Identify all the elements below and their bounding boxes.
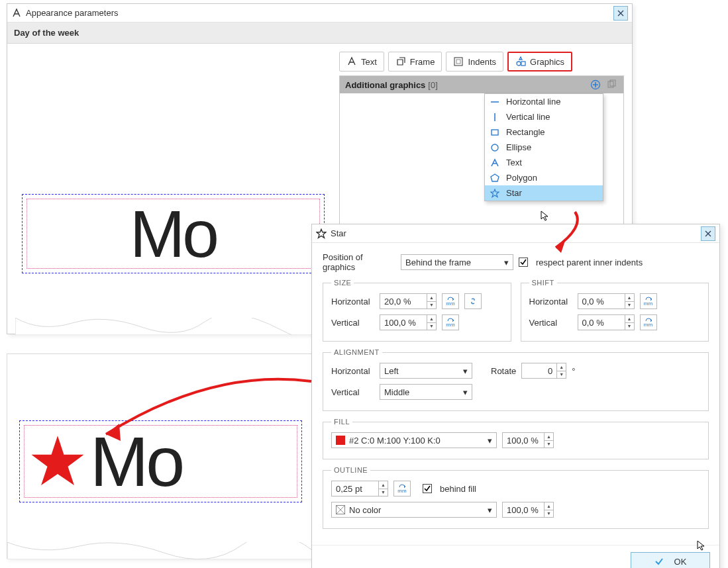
- section-header: Day of the week: [7, 23, 632, 44]
- preview-area: Mo: [15, 52, 331, 330]
- add-graphic-menu: Horizontal line Vertical line Rectangle: [484, 93, 603, 201]
- label: Vertical: [529, 318, 572, 328]
- dialog-title: Star: [331, 228, 346, 238]
- tab-label: Indents: [468, 57, 496, 67]
- star-dialog: Star Position of graphics Behind the fra…: [311, 224, 720, 568]
- svg-point-2: [517, 62, 521, 66]
- svg-point-10: [492, 144, 498, 151]
- svg-marker-12: [491, 189, 499, 197]
- respect-checkbox[interactable]: [519, 258, 528, 267]
- result-preview: Mo: [7, 354, 315, 559]
- tab-frame[interactable]: Frame: [388, 52, 442, 71]
- nocolor-swatch: [336, 505, 345, 514]
- align-h-select[interactable]: Left▾: [380, 363, 472, 379]
- svg-rect-5: [608, 81, 613, 87]
- svg-rect-9: [492, 130, 498, 135]
- outline-color-select[interactable]: No color▾: [331, 502, 497, 518]
- unit-toggle[interactable]: mm: [442, 293, 459, 309]
- cursor-icon: [697, 540, 707, 551]
- caret-down-icon: ▾: [504, 258, 509, 267]
- label: Horizontal: [529, 297, 572, 307]
- preview2-text: Mo: [90, 422, 182, 502]
- rotate-input[interactable]: 0▲▼: [521, 363, 566, 379]
- menu-horizontal-line[interactable]: Horizontal line: [485, 94, 603, 109]
- app-icon: [11, 8, 22, 19]
- rotate-label: Rotate: [491, 366, 516, 376]
- svg-marker-14: [317, 229, 326, 238]
- unit-toggle[interactable]: mm: [640, 314, 657, 330]
- position-select[interactable]: Behind the frame ▾: [401, 254, 513, 270]
- fill-group: FILL #2 C:0 M:100 Y:100 K:0▾ 100,0 %▲▼: [323, 418, 709, 459]
- size-group: SIZE Horizontal 20,0 %▲▼ mm Vertical 100…: [323, 279, 511, 342]
- add-icon[interactable]: [589, 78, 602, 91]
- svg-marker-17: [31, 436, 83, 485]
- dialog-titlebar[interactable]: Star: [312, 224, 719, 243]
- degree-label: °: [572, 366, 575, 376]
- svg-rect-1: [456, 60, 460, 64]
- unit-toggle[interactable]: mm: [393, 481, 411, 497]
- shift-group: SHIFT Horizontal 0,0 %▲▼ mm Vertical 0,0…: [521, 279, 709, 342]
- svg-rect-3: [521, 62, 525, 66]
- menu-polygon[interactable]: Polygon: [485, 170, 603, 185]
- color-swatch: [336, 436, 345, 445]
- tab-label: Frame: [410, 57, 435, 67]
- alignment-group: ALIGNMENT Horizontal Left▾ Rotate 0▲▼ ° …: [323, 348, 709, 411]
- preview-frame: Mo: [22, 194, 325, 273]
- titlebar[interactable]: Appearance parameters: [7, 4, 632, 23]
- size-h-input[interactable]: 20,0 %▲▼: [380, 293, 437, 309]
- unit-toggle[interactable]: mm: [442, 314, 459, 330]
- outline-opacity-input[interactable]: 100,0 %▲▼: [502, 502, 554, 518]
- fill-color-select[interactable]: #2 C:0 M:100 Y:100 K:0▾: [331, 432, 497, 448]
- outline-weight-input[interactable]: 0,25 pt▲▼: [331, 481, 388, 497]
- unit-toggle[interactable]: mm: [640, 293, 657, 309]
- menu-rectangle[interactable]: Rectangle: [485, 124, 603, 140]
- shift-h-input[interactable]: 0,0 %▲▼: [578, 293, 635, 309]
- svg-rect-6: [610, 80, 615, 86]
- size-v-input[interactable]: 100,0 %▲▼: [380, 314, 437, 330]
- menu-text[interactable]: Text: [485, 155, 603, 170]
- menu-ellipse[interactable]: Ellipse: [485, 140, 603, 155]
- ok-button[interactable]: OK: [631, 552, 710, 568]
- tab-indents[interactable]: Indents: [446, 52, 503, 71]
- align-v-select[interactable]: Middle▾: [380, 384, 472, 400]
- copy-icon[interactable]: [605, 78, 618, 91]
- fill-opacity-input[interactable]: 100,0 %▲▼: [502, 432, 554, 448]
- shift-v-input[interactable]: 0,0 %▲▼: [578, 314, 635, 330]
- tab-text[interactable]: Text: [339, 52, 384, 71]
- respect-label: respect parent inner indents: [536, 258, 643, 267]
- panel-title: Additional graphics: [345, 80, 425, 90]
- preview-text: Mo: [23, 195, 324, 273]
- tab-graphics[interactable]: Graphics: [507, 52, 572, 71]
- red-star-icon: [29, 433, 86, 490]
- close-button[interactable]: [701, 226, 715, 241]
- tab-label: Graphics: [530, 57, 564, 67]
- panel-header: Additional graphics [0]: [340, 76, 623, 93]
- svg-marker-11: [491, 174, 499, 181]
- label: Horizontal: [331, 297, 374, 307]
- tabs: Text Frame Indents Graphics: [339, 52, 624, 71]
- position-label: Position of graphics: [323, 252, 395, 272]
- menu-vertical-line[interactable]: Vertical line: [485, 109, 603, 124]
- close-button[interactable]: [613, 6, 628, 21]
- star-icon: [316, 228, 327, 239]
- panel-count: [0]: [428, 80, 437, 90]
- svg-rect-0: [454, 58, 462, 66]
- behind-label: behind fill: [440, 484, 476, 494]
- tab-label: Text: [361, 57, 377, 67]
- cursor-icon: [541, 211, 551, 221]
- behind-fill-checkbox[interactable]: [423, 484, 432, 493]
- label: Vertical: [331, 318, 374, 328]
- window-title: Appearance parameters: [26, 8, 613, 18]
- outline-group: OUTLINE 0,25 pt▲▼ mm behind fill No colo…: [323, 466, 709, 529]
- link-icon[interactable]: [464, 293, 482, 309]
- menu-star[interactable]: Star: [485, 185, 603, 201]
